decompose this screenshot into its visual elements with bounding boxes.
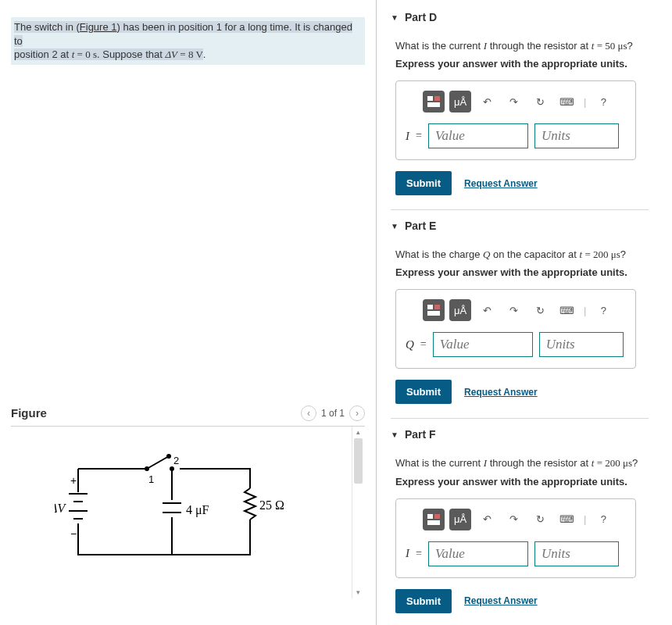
part-e-prompt: What is the charge Q on the capacitor at…: [395, 248, 663, 262]
scroll-down-icon[interactable]: ▾: [352, 587, 364, 598]
reset-icon[interactable]: ↻: [529, 91, 551, 112]
svg-point-8: [170, 466, 174, 471]
units-button[interactable]: μÅ: [449, 509, 471, 530]
answer-variable: Q: [406, 338, 414, 352]
svg-text:−: −: [70, 527, 77, 540]
svg-text:4 μF: 4 μF: [186, 503, 209, 517]
help-icon[interactable]: ?: [592, 509, 614, 530]
submit-button[interactable]: Submit: [395, 171, 452, 195]
figure-scrollbar[interactable]: ▴ ▾: [352, 427, 363, 598]
chevron-down-icon: ▼: [391, 222, 399, 230]
svg-rect-22: [427, 514, 433, 519]
units-input[interactable]: [534, 123, 619, 148]
template-button[interactable]: [423, 299, 445, 321]
value-input[interactable]: [433, 332, 533, 357]
svg-text:2: 2: [173, 455, 179, 466]
answer-variable: I: [406, 547, 409, 560]
svg-rect-18: [427, 102, 440, 107]
help-icon[interactable]: ?: [592, 91, 614, 112]
keyboard-icon[interactable]: ⌨: [556, 509, 577, 530]
undo-icon[interactable]: ↶: [476, 91, 498, 112]
scroll-up-icon[interactable]: ▴: [352, 427, 364, 438]
units-input[interactable]: [534, 541, 619, 566]
svg-rect-16: [427, 96, 433, 101]
part-header-e[interactable]: ▼ Part E: [391, 215, 663, 240]
units-input[interactable]: [539, 332, 624, 357]
submit-button[interactable]: Submit: [395, 589, 452, 613]
figure-link[interactable]: Figure 1: [80, 21, 117, 33]
part-label: Part D: [405, 11, 437, 23]
keyboard-icon[interactable]: ⌨: [556, 299, 577, 321]
answer-box-f: μÅ ↶ ↷ ↻ ⌨| ? I =: [395, 498, 636, 578]
figure-prev-button[interactable]: ‹: [301, 405, 316, 421]
svg-rect-20: [434, 305, 440, 309]
figure-pager: ‹ 1 of 1 ›: [301, 405, 365, 421]
part-label: Part E: [405, 220, 436, 232]
scroll-thumb[interactable]: [354, 438, 363, 484]
circuit-diagram: + − ΔV 1 2 4 μF 25 Ω: [55, 445, 289, 578]
figure-page-indicator: 1 of 1: [321, 408, 345, 419]
units-button[interactable]: μÅ: [449, 299, 471, 321]
figure-next-button[interactable]: ›: [349, 405, 365, 421]
svg-rect-24: [427, 520, 440, 525]
part-e-instructions: Express your answer with the appropriate…: [395, 266, 663, 278]
redo-icon[interactable]: ↷: [502, 91, 524, 112]
undo-icon[interactable]: ↶: [476, 299, 498, 321]
svg-rect-21: [427, 311, 440, 316]
keyboard-icon[interactable]: ⌨: [556, 91, 577, 112]
request-answer-link[interactable]: Request Answer: [464, 178, 538, 189]
problem-statement: The switch in (Figure 1) has been in pos…: [11, 17, 365, 65]
equals-sign: =: [416, 130, 422, 142]
svg-rect-23: [434, 514, 440, 519]
reset-icon[interactable]: ↻: [529, 299, 551, 321]
svg-text:25 Ω: 25 Ω: [259, 498, 284, 512]
value-input[interactable]: [428, 123, 528, 148]
redo-icon[interactable]: ↷: [502, 299, 524, 321]
part-header-d[interactable]: ▼ Part D: [391, 6, 663, 31]
equals-sign: =: [420, 338, 427, 351]
part-f-instructions: Express your answer with the appropriate…: [395, 476, 663, 488]
undo-icon[interactable]: ↶: [476, 509, 498, 530]
svg-text:ΔV: ΔV: [55, 502, 66, 515]
answer-variable: I: [406, 130, 409, 143]
request-answer-link[interactable]: Request Answer: [464, 387, 538, 398]
reset-icon[interactable]: ↻: [529, 509, 551, 530]
part-label: Part F: [405, 428, 436, 441]
part-f-prompt: What is the current I through the resist…: [395, 456, 663, 470]
units-button[interactable]: μÅ: [449, 91, 471, 112]
template-button[interactable]: [423, 509, 445, 530]
redo-icon[interactable]: ↷: [502, 509, 524, 530]
chevron-down-icon: ▼: [391, 13, 399, 22]
figure-title: Figure: [11, 406, 47, 420]
answer-box-d: μÅ ↶ ↷ ↻ ⌨| ? I =: [395, 80, 636, 160]
answer-box-e: μÅ ↶ ↷ ↻ ⌨| ? Q =: [395, 289, 636, 369]
svg-text:+: +: [70, 474, 77, 487]
svg-rect-19: [427, 305, 433, 309]
equals-sign: =: [416, 548, 422, 560]
part-d-prompt: What is the current I through the resist…: [395, 39, 663, 53]
request-answer-link[interactable]: Request Answer: [464, 595, 538, 606]
help-icon[interactable]: ?: [592, 299, 614, 321]
part-header-f[interactable]: ▼ Part F: [391, 423, 663, 448]
svg-text:1: 1: [148, 473, 154, 485]
part-d-instructions: Express your answer with the appropriate…: [395, 58, 663, 70]
chevron-down-icon: ▼: [391, 430, 399, 439]
svg-rect-17: [434, 96, 440, 101]
submit-button[interactable]: Submit: [395, 380, 452, 404]
svg-point-7: [145, 466, 149, 471]
value-input[interactable]: [428, 541, 528, 566]
svg-point-9: [166, 454, 171, 459]
template-button[interactable]: [423, 91, 445, 112]
